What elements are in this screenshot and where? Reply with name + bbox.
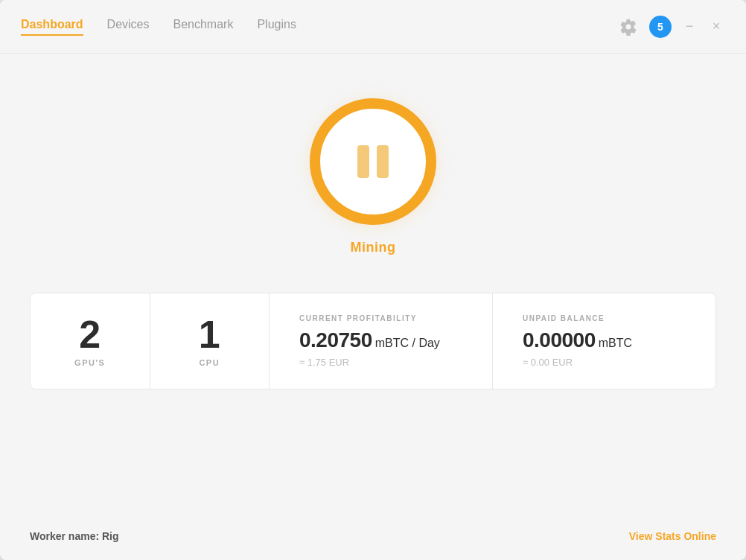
pause-icon: [357, 145, 389, 178]
profitability-title: CURRENT PROFITABILITY: [299, 314, 417, 322]
cpu-label: CPU: [199, 358, 220, 367]
profitability-eur: ≈ 1.75 EUR: [299, 357, 349, 368]
cpu-count: 1: [199, 315, 220, 354]
gpu-label: GPU'S: [74, 358, 105, 367]
tab-plugins[interactable]: Plugins: [257, 18, 296, 36]
tab-dashboard[interactable]: Dashboard: [21, 18, 83, 36]
worker-prefix: Worker name:: [30, 530, 102, 542]
nav-bar: Dashboard Devices Benchmark Plugins 5 − …: [0, 0, 746, 54]
worker-name-value: Rig: [102, 530, 119, 542]
notification-badge[interactable]: 5: [649, 16, 672, 38]
nav-actions: 5 − ×: [616, 15, 725, 39]
nav-tabs: Dashboard Devices Benchmark Plugins: [21, 18, 616, 36]
balance-value-row: 0.00000 mBTC: [523, 328, 632, 352]
footer: Worker name: Rig View Stats Online: [0, 515, 746, 560]
profitability-section: CURRENT PROFITABILITY 0.20750 mBTC / Day…: [270, 293, 493, 389]
gpu-count: 2: [79, 315, 101, 354]
mining-section: Mining: [310, 98, 436, 255]
stats-card: 2 GPU'S 1 CPU CURRENT PROFITABILITY 0.20…: [30, 293, 716, 389]
tab-benchmark[interactable]: Benchmark: [173, 18, 233, 36]
balance-value: 0.00000: [523, 328, 596, 352]
worker-name-label: Worker name: Rig: [30, 530, 119, 542]
tab-devices[interactable]: Devices: [107, 18, 150, 36]
pause-bar-right: [377, 145, 389, 178]
balance-unit: mBTC: [599, 337, 632, 350]
pause-bar-left: [357, 145, 369, 178]
profitability-unit: mBTC / Day: [375, 337, 440, 350]
gpu-stat-section: 2 GPU'S: [31, 293, 150, 389]
app-window: Dashboard Devices Benchmark Plugins 5 − …: [0, 0, 746, 560]
mining-toggle-button[interactable]: [310, 98, 436, 225]
main-content: Mining 2 GPU'S 1 CPU CURRENT PROFITABILI…: [0, 54, 746, 515]
minimize-button[interactable]: −: [680, 18, 698, 36]
cpu-stat-section: 1 CPU: [150, 293, 270, 389]
balance-section: UNPAID BALANCE 0.00000 mBTC ≈ 0.00 EUR: [493, 293, 715, 389]
profitability-value: 0.20750: [299, 328, 372, 352]
close-button[interactable]: ×: [707, 18, 725, 36]
view-stats-button[interactable]: View Stats Online: [629, 530, 716, 542]
balance-title: UNPAID BALANCE: [523, 314, 605, 322]
balance-eur: ≈ 0.00 EUR: [523, 357, 573, 368]
settings-button[interactable]: [616, 15, 640, 39]
mining-status-label: Mining: [351, 240, 396, 255]
gear-icon: [619, 18, 637, 36]
profitability-value-row: 0.20750 mBTC / Day: [299, 328, 440, 352]
